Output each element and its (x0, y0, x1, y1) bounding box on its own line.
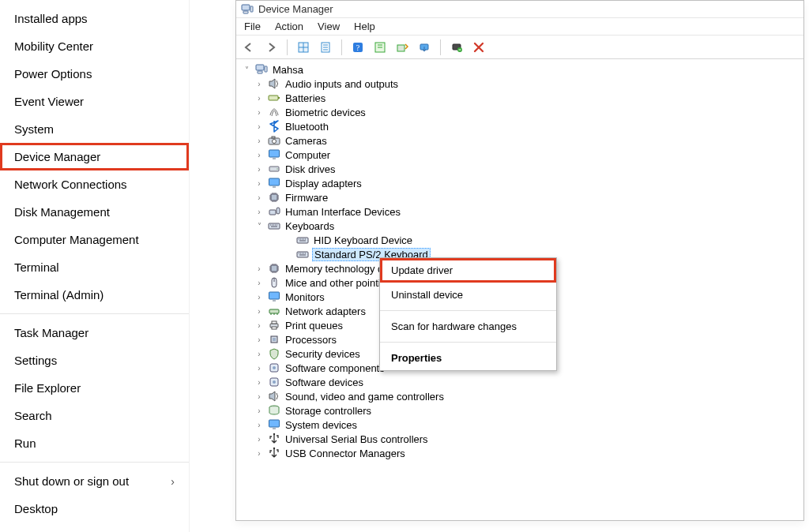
chevron-right-icon[interactable]: › (254, 94, 265, 103)
tree-node-sound-video-and-game-controllers[interactable]: ›Sound, video and game controllers (236, 389, 803, 403)
winx-item-mobility-center[interactable]: Mobility Center (0, 32, 189, 60)
tree-node-label: Software devices (284, 377, 365, 388)
context-update-driver[interactable]: Update driver (380, 258, 556, 283)
winx-item-task-manager[interactable]: Task Manager (0, 319, 189, 347)
tree-node-display-adapters[interactable]: ›Display adapters (236, 176, 803, 190)
winx-item-disk-management[interactable]: Disk Management (0, 198, 189, 226)
chevron-down-icon[interactable]: ˅ (254, 222, 265, 230)
tree-node-usb-connector-managers[interactable]: ›USB Connector Managers (236, 446, 803, 460)
show-hidden-button[interactable] (295, 39, 311, 55)
svg-rect-12 (256, 65, 264, 70)
tree-node-human-interface-devices[interactable]: ›Human Interface Devices (236, 204, 803, 219)
update-driver-button[interactable] (394, 39, 410, 55)
winx-item-installed-apps[interactable]: Installed apps (0, 5, 189, 32)
tree-node-hid-keyboard-device[interactable]: HID Keyboard Device (236, 233, 803, 247)
tree-node-label: Software components (284, 362, 386, 374)
svg-rect-14 (258, 71, 262, 73)
tree-node-label: Security devices (284, 348, 362, 360)
menu-action[interactable]: Action (275, 21, 303, 32)
menu-help[interactable]: Help (354, 21, 375, 32)
chevron-right-icon[interactable]: › (254, 321, 265, 330)
svg-point-45 (273, 366, 276, 369)
forward-button[interactable] (263, 39, 279, 55)
properties-sheet-button[interactable] (318, 39, 333, 55)
chevron-right-icon[interactable]: › (254, 137, 265, 145)
winx-item-terminal-admin-[interactable]: Terminal (Admin) (0, 281, 189, 309)
install-legacy-button[interactable] (416, 39, 432, 55)
tree-node-computer[interactable]: ›Computer (236, 148, 803, 162)
winx-item-terminal[interactable]: Terminal (0, 253, 189, 281)
winx-item-label: Network Connections (14, 178, 127, 191)
chevron-right-icon[interactable]: › (254, 122, 265, 131)
menu-view[interactable]: View (318, 21, 340, 32)
tree-node-software-devices[interactable]: ›Software devices (236, 375, 803, 389)
chevron-right-icon[interactable]: › (254, 279, 265, 287)
monitor-icon (268, 418, 280, 431)
chevron-right-icon[interactable]: › (254, 378, 265, 387)
context-properties[interactable]: Properties (380, 346, 556, 370)
chevron-right-icon[interactable]: › (254, 108, 265, 117)
winx-item-device-manager[interactable]: Device Manager (0, 143, 189, 170)
chevron-down-icon[interactable]: ˅ (241, 66, 252, 74)
chevron-right-icon[interactable]: › (254, 435, 265, 444)
svg-rect-50 (269, 420, 280, 427)
chevron-right-icon[interactable]: › (254, 406, 265, 415)
chevron-right-icon[interactable]: › (254, 208, 265, 216)
winx-item-file-explorer[interactable]: File Explorer (0, 374, 189, 402)
svg-rect-22 (273, 158, 276, 159)
chevron-right-icon[interactable]: › (254, 421, 265, 429)
chevron-right-icon[interactable]: › (254, 193, 265, 202)
chevron-right-icon[interactable]: › (254, 392, 265, 401)
tree-node-label: Storage controllers (284, 405, 373, 417)
device-manager-icon (241, 3, 254, 16)
tree-node-universal-serial-bus-controllers[interactable]: ›Universal Serial Bus controllers (236, 432, 803, 446)
winx-item-network-connections[interactable]: Network Connections (0, 170, 189, 198)
tree-node-keyboards[interactable]: ˅Keyboards (236, 219, 803, 233)
winx-item-power-options[interactable]: Power Options (0, 60, 189, 88)
tree-node-firmware[interactable]: ›Firmware (236, 190, 803, 204)
tree-node-label: Mice and other pointi (284, 277, 382, 289)
chevron-right-icon[interactable]: › (254, 293, 265, 302)
winx-item-shut-down-or-sign-out[interactable]: Shut down or sign out› (0, 467, 189, 495)
chevron-right-icon[interactable]: › (254, 151, 265, 159)
back-button[interactable] (241, 39, 257, 55)
tree-node-bluetooth[interactable]: ›Bluetooth (236, 119, 803, 133)
winx-item-label: Installed apps (14, 12, 88, 25)
winx-item-desktop[interactable]: Desktop (0, 495, 189, 523)
tree-node-batteries[interactable]: ›Batteries (236, 91, 803, 105)
winx-item-event-viewer[interactable]: Event Viewer (0, 88, 189, 115)
tree-node-biometric-devices[interactable]: ›Biometric devices (236, 105, 803, 119)
remove-button[interactable] (471, 39, 487, 55)
winx-item-run[interactable]: Run (0, 429, 189, 457)
winx-item-label: System (14, 122, 54, 136)
tree-node-audio-inputs-and-outputs[interactable]: ›Audio inputs and outputs (236, 77, 803, 91)
chevron-right-icon[interactable]: › (254, 264, 265, 273)
chevron-right-icon[interactable]: › (254, 179, 265, 188)
chevron-right-icon[interactable]: › (254, 335, 265, 344)
tree-node-label: Universal Serial Bus controllers (284, 433, 430, 445)
winx-item-search[interactable]: Search (0, 402, 189, 429)
context-uninstall-device[interactable]: Uninstall device (380, 283, 556, 307)
menu-file[interactable]: File (244, 21, 261, 32)
winx-item-computer-management[interactable]: Computer Management (0, 226, 189, 253)
winx-item-system[interactable]: System (0, 115, 189, 143)
chevron-right-icon[interactable]: › (254, 449, 265, 458)
chevron-right-icon[interactable]: › (254, 350, 265, 358)
uninstall-button[interactable] (449, 39, 465, 55)
chevron-right-icon[interactable]: › (254, 364, 265, 373)
action-center-button[interactable] (372, 39, 388, 55)
chevron-right-icon[interactable]: › (254, 165, 265, 174)
context-menu-separator (380, 310, 556, 311)
chevron-right-icon[interactable]: › (254, 307, 265, 316)
svg-text:?: ? (356, 43, 360, 52)
tree-root[interactable]: ˅Mahsa (236, 62, 803, 77)
help-button[interactable]: ? (350, 39, 366, 55)
svg-rect-51 (273, 428, 276, 429)
tree-node-cameras[interactable]: ›Cameras (236, 133, 803, 148)
tree-node-storage-controllers[interactable]: ›Storage controllers (236, 403, 803, 418)
tree-node-disk-drives[interactable]: ›Disk drives (236, 162, 803, 176)
tree-node-system-devices[interactable]: ›System devices (236, 418, 803, 432)
winx-item-settings[interactable]: Settings (0, 347, 189, 374)
context-scan-for-hardware-changes[interactable]: Scan for hardware changes (380, 314, 556, 339)
chevron-right-icon[interactable]: › (254, 80, 265, 88)
